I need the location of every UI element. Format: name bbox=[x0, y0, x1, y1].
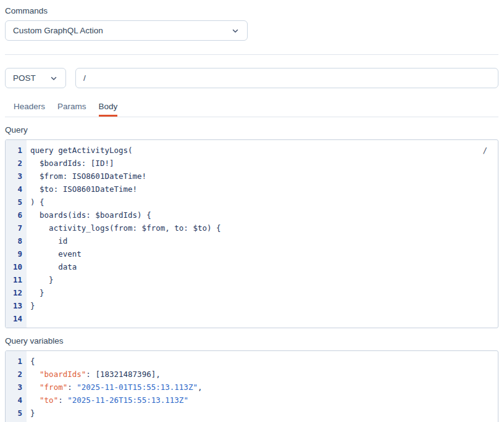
query-code-editor[interactable]: / 1query getActivityLogs(2 $boardIds: [I… bbox=[5, 139, 498, 328]
method-url-row: POST bbox=[5, 68, 498, 88]
code-line: 2 "boardIds": [18321487396], bbox=[6, 368, 498, 381]
line-number: 13 bbox=[6, 299, 27, 312]
code-line: 1{ bbox=[6, 355, 498, 368]
code-content: "to": "2025-11-26T15:55:13.113Z" bbox=[27, 394, 188, 407]
code-line: 2 $boardIds: [ID!] bbox=[6, 157, 498, 170]
code-content: } bbox=[27, 273, 54, 286]
request-tabs: Headers Params Body bbox=[5, 99, 498, 117]
line-number: 4 bbox=[6, 183, 27, 196]
code-content: { bbox=[27, 355, 35, 368]
code-line: 12 } bbox=[6, 286, 498, 299]
code-content: query getActivityLogs( bbox=[27, 144, 133, 157]
code-content: $from: ISO8601DateTime! bbox=[27, 170, 146, 183]
line-number: 2 bbox=[6, 368, 27, 381]
code-line: 5} bbox=[6, 407, 498, 420]
query-variables-label: Query variables bbox=[5, 336, 498, 346]
code-line: 9 event bbox=[6, 247, 498, 260]
code-line: 5) { bbox=[6, 196, 498, 209]
code-content: "from": "2025-11-01T15:55:13.113Z", bbox=[27, 381, 202, 394]
line-number: 4 bbox=[6, 394, 27, 407]
line-number: 6 bbox=[6, 209, 27, 221]
chevron-down-icon bbox=[49, 74, 58, 83]
tab-params[interactable]: Params bbox=[57, 99, 86, 117]
code-content: ) { bbox=[27, 196, 44, 209]
code-line: 8 id bbox=[6, 234, 498, 247]
code-line: 6 boards(ids: $boardIds) { bbox=[6, 209, 498, 221]
line-number: 2 bbox=[6, 157, 27, 170]
code-content: } bbox=[27, 299, 35, 312]
code-content: $to: ISO8601DateTime! bbox=[27, 183, 137, 196]
chevron-down-icon bbox=[231, 27, 240, 35]
code-content: activity_logs(from: $from, to: $to) { bbox=[27, 221, 221, 234]
line-number: 8 bbox=[6, 234, 27, 247]
code-content: } bbox=[27, 286, 44, 299]
tab-body[interactable]: Body bbox=[99, 99, 118, 117]
commands-select-value: Custom GraphQL Action bbox=[13, 26, 231, 35]
code-line: 3 "from": "2025-11-01T15:55:13.113Z", bbox=[6, 381, 498, 394]
code-line: 10 data bbox=[6, 260, 498, 273]
line-number: 3 bbox=[6, 381, 27, 394]
code-content: "boardIds": [18321487396], bbox=[27, 368, 161, 381]
code-line: 4 "to": "2025-11-26T15:55:13.113Z" bbox=[6, 394, 498, 407]
request-builder-panel: Commands Custom GraphQL Action POST Head… bbox=[0, 0, 504, 422]
commands-select[interactable]: Custom GraphQL Action bbox=[5, 20, 248, 41]
line-number: 12 bbox=[6, 286, 27, 299]
code-line: 7 activity_logs(from: $from, to: $to) { bbox=[6, 221, 498, 234]
commands-label: Commands bbox=[5, 6, 498, 16]
line-number: 9 bbox=[6, 247, 27, 260]
code-content: $boardIds: [ID!] bbox=[27, 157, 114, 170]
query-variables-editor[interactable]: 1{2 "boardIds": [18321487396],3 "from": … bbox=[5, 350, 498, 422]
code-line: 3 $from: ISO8601DateTime! bbox=[6, 170, 498, 183]
code-line: 11 } bbox=[6, 273, 498, 286]
line-number: 3 bbox=[6, 170, 27, 183]
line-number: 10 bbox=[6, 260, 27, 273]
code-content: event bbox=[27, 247, 82, 260]
code-content bbox=[27, 312, 30, 325]
line-number: 1 bbox=[6, 355, 27, 368]
query-label: Query bbox=[5, 125, 498, 135]
method-select-value: POST bbox=[13, 73, 49, 83]
code-content: id bbox=[27, 234, 67, 247]
line-number: 1 bbox=[6, 144, 27, 157]
code-line: 14 bbox=[6, 312, 498, 325]
line-number: 7 bbox=[6, 221, 27, 234]
line-number: 11 bbox=[6, 273, 27, 286]
url-input[interactable] bbox=[75, 68, 498, 88]
code-content: boards(ids: $boardIds) { bbox=[27, 209, 151, 221]
line-number: 14 bbox=[6, 312, 27, 325]
code-line: 4 $to: ISO8601DateTime! bbox=[6, 183, 498, 196]
line-number: 5 bbox=[6, 407, 27, 420]
code-content: data bbox=[27, 260, 77, 273]
line-number: 5 bbox=[6, 196, 27, 209]
code-line: 1query getActivityLogs( bbox=[6, 144, 498, 157]
section-divider bbox=[5, 54, 498, 55]
code-line: 13} bbox=[6, 299, 498, 312]
method-select[interactable]: POST bbox=[5, 68, 66, 88]
code-content: } bbox=[27, 407, 35, 420]
tab-headers[interactable]: Headers bbox=[14, 99, 45, 117]
